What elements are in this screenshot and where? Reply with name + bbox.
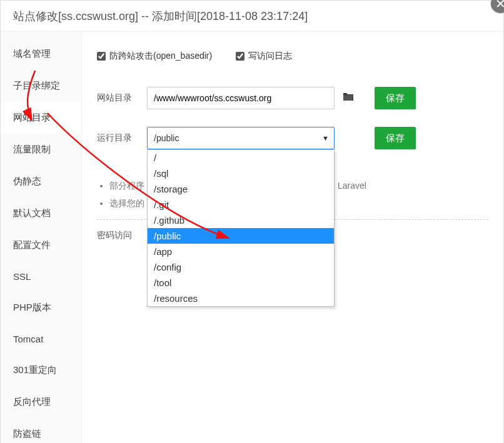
dropdown-option[interactable]: / (148, 150, 334, 166)
dropdown-option[interactable]: /sql (148, 166, 334, 181)
sidebar-item-ssl[interactable]: SSL (1, 261, 81, 292)
sidebar-item-label: 伪静态 (13, 176, 41, 186)
dropdown-option[interactable]: /config (148, 259, 334, 275)
sidebar-item-php[interactable]: PHP版本 (1, 292, 81, 324)
sidebar-item-label: 默认文档 (13, 207, 51, 218)
sidebar-item-subdir[interactable]: 子目录绑定 (1, 70, 81, 102)
content-panel: 防跨站攻击(open_basedir) 写访问日志 网站目录 保存 运行目录 (82, 32, 503, 443)
dropdown-option[interactable]: /.git (148, 197, 334, 212)
site-dir-save-button[interactable]: 保存 (375, 87, 416, 109)
sidebar-item-label: PHP版本 (13, 302, 51, 312)
sidebar-item-label: 防盗链 (13, 428, 41, 439)
sidebar-item-proxy[interactable]: 反向代理 (1, 386, 81, 418)
run-dir-selected-value: /public (154, 133, 179, 143)
dropdown-option[interactable]: /public (148, 228, 334, 244)
sidebar-item-label: 301重定向 (13, 364, 57, 375)
sidebar-item-domain[interactable]: 域名管理 (1, 38, 81, 70)
sidebar-item-default-doc[interactable]: 默认文档 (1, 197, 81, 229)
site-dir-input[interactable] (147, 87, 335, 109)
sidebar-item-rewrite[interactable]: 伪静态 (1, 166, 81, 197)
sidebar-item-label: 配置文件 (13, 239, 51, 250)
sidebar-item-label: 网站目录 (13, 112, 51, 122)
run-dir-label: 运行目录 (97, 132, 141, 144)
sidebar-item-site-dir[interactable]: 网站目录 (1, 102, 81, 134)
dropdown-option[interactable]: /storage (148, 181, 334, 197)
access-log-checkbox-label[interactable]: 写访问日志 (236, 51, 292, 62)
access-log-text: 写访问日志 (248, 51, 292, 62)
sidebar-item-label: SSL (13, 271, 31, 282)
sidebar: 域名管理 子目录绑定 网站目录 流量限制 伪静态 默认文档 配置文件 SSL P… (1, 32, 82, 443)
sidebar-item-hotlink[interactable]: 防盗链 (1, 418, 81, 443)
folder-icon[interactable] (341, 92, 356, 105)
sidebar-item-label: 子目录绑定 (13, 80, 60, 91)
run-dir-select[interactable]: /public (147, 127, 335, 149)
dropdown-option[interactable]: /.github (148, 212, 334, 228)
dropdown-option[interactable]: /tool (148, 275, 334, 291)
run-dir-save-button[interactable]: 保存 (375, 127, 416, 149)
sidebar-item-label: 流量限制 (13, 144, 51, 154)
dropdown-option[interactable]: /app (148, 244, 334, 259)
run-dir-dropdown: / /sql /storage /.git /.github /public /… (147, 149, 335, 307)
site-dir-label: 网站目录 (97, 92, 141, 104)
open-basedir-checkbox[interactable] (97, 52, 106, 61)
sidebar-item-label: Tomcat (13, 334, 43, 344)
sidebar-item-config[interactable]: 配置文件 (1, 229, 81, 261)
sidebar-item-301[interactable]: 301重定向 (1, 354, 81, 386)
access-log-checkbox[interactable] (236, 52, 244, 61)
sidebar-item-tomcat[interactable]: Tomcat (1, 324, 81, 354)
sidebar-item-label: 域名管理 (13, 48, 51, 59)
sidebar-item-traffic[interactable]: 流量限制 (1, 134, 81, 166)
open-basedir-checkbox-label[interactable]: 防跨站攻击(open_basedir) (97, 51, 212, 62)
sidebar-item-label: 反向代理 (13, 396, 51, 407)
modal-title: 站点修改[ss.ccswust.org] -- 添加时间[2018-11-08 … (1, 1, 503, 32)
dropdown-option[interactable]: /resources (148, 291, 334, 306)
open-basedir-text: 防跨站攻击(open_basedir) (109, 51, 212, 62)
